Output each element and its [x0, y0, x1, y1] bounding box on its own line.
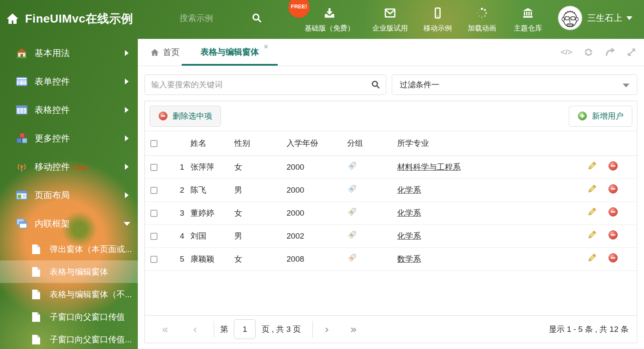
sidebar-item-basic-usage[interactable]: 基本用法	[0, 39, 138, 67]
refresh-icon[interactable]	[583, 47, 594, 58]
sidebar-subitem-child-to-parent[interactable]: 子窗口向父窗口传值	[0, 306, 138, 328]
edit-icon[interactable]	[587, 184, 597, 196]
row-checkbox[interactable]	[150, 210, 157, 217]
sidebar-label: 移动控件	[35, 161, 70, 173]
col-major: 所学专业	[397, 131, 587, 155]
sidebar-item-form-controls[interactable]: 表单控件	[0, 67, 138, 96]
first-page-button[interactable]: «	[162, 324, 169, 335]
cell-name: 董婷婷	[184, 201, 234, 224]
major-link[interactable]: 化学系	[397, 209, 421, 217]
sidebar-label: 基本用法	[35, 47, 70, 59]
brand[interactable]: FineUIMvc在线示例	[6, 11, 133, 27]
edit-icon[interactable]	[587, 230, 597, 242]
form-icon	[16, 76, 28, 87]
antenna-icon	[16, 161, 28, 173]
col-index	[167, 131, 184, 155]
app-header: FineUIMvc在线示例 搜索示例 FREE! 基础版（免费） 企业版试用	[0, 0, 644, 39]
search-icon[interactable]	[371, 80, 380, 89]
search-icon[interactable]	[251, 13, 262, 23]
button-label: 删除选中项	[172, 111, 212, 122]
sidebar-item-more-controls[interactable]: 更多控件	[0, 124, 138, 153]
keyword-input[interactable]	[145, 74, 386, 95]
file-icon	[32, 267, 41, 277]
major-link[interactable]: 化学系	[397, 186, 421, 194]
row-checkbox[interactable]	[150, 256, 157, 263]
pagination-bar: « ‹ 第 1 页 , 共 3 页 › » 显示 1 - 5 条 , 共 12 …	[145, 315, 637, 343]
delete-selected-button[interactable]: 删除选中项	[150, 106, 221, 127]
edit-icon[interactable]	[587, 161, 597, 173]
row-checkbox[interactable]	[150, 233, 157, 240]
cell-name: 康颖颖	[184, 247, 234, 270]
row-checkbox[interactable]	[150, 164, 157, 171]
table-row: 2 陈飞 男 2000 化学系	[145, 178, 637, 201]
cell-name: 刘国	[184, 224, 234, 247]
tab-label: 表格与编辑窗体	[200, 47, 259, 56]
delete-icon[interactable]	[608, 161, 618, 173]
tag-icon	[347, 207, 357, 217]
chevron-right-icon	[125, 79, 129, 84]
add-user-button[interactable]: 新增用户	[569, 106, 632, 127]
file-icon	[32, 244, 41, 255]
sidebar-label: 更多控件	[35, 132, 70, 144]
cell-gender: 男	[234, 178, 287, 201]
edit-icon[interactable]	[587, 253, 597, 265]
expand-icon[interactable]	[626, 47, 636, 57]
page-number-input[interactable]: 1	[234, 319, 256, 339]
prev-page-button[interactable]: ‹	[193, 324, 198, 335]
tab-tools: </>	[561, 39, 636, 66]
last-page-button[interactable]: »	[350, 324, 357, 335]
sidebar-subitem-grid-edit-window[interactable]: 表格与编辑窗体	[0, 260, 138, 283]
nav-label: 主题仓库	[497, 23, 559, 33]
home-icon	[6, 12, 19, 25]
row-checkbox[interactable]	[150, 187, 157, 194]
dropdown-value: 过滤条件一	[400, 79, 439, 90]
code-icon[interactable]: </>	[561, 48, 572, 57]
cell-name: 张萍萍	[184, 155, 234, 178]
pager-divider	[312, 321, 313, 338]
home-icon	[150, 48, 159, 57]
tag-icon	[347, 161, 357, 171]
col-gender: 性别	[234, 131, 287, 155]
major-link[interactable]: 材料科学与工程系	[397, 163, 461, 171]
download-icon	[298, 7, 361, 21]
major-link[interactable]: 化学系	[397, 232, 421, 240]
sidebar-sublabel: 弹出窗体（本页面或...	[50, 244, 132, 255]
tab-grid-edit-window[interactable]: 表格与编辑窗体 ✕	[182, 39, 278, 66]
row-index: 5	[167, 247, 184, 270]
nav-label: 基础版（免费）	[298, 23, 361, 33]
sidebar-subitem-popup-window[interactable]: 弹出窗体（本页面或...	[0, 238, 138, 260]
sidebar-subitem-grid-edit-window-2[interactable]: 表格与编辑窗体（不...	[0, 283, 138, 306]
delete-icon[interactable]	[608, 207, 618, 219]
edit-icon[interactable]	[587, 207, 597, 219]
page: FineUIMvc在线示例 搜索示例 FREE! 基础版（免费） 企业版试用	[0, 0, 644, 349]
select-all-checkbox[interactable]	[150, 140, 157, 147]
delete-icon[interactable]	[608, 184, 618, 196]
close-icon[interactable]: ✕	[263, 43, 269, 50]
sidebar-subitem-child-to-parent-2[interactable]: 子窗口向父窗口传值...	[0, 328, 138, 349]
delete-icon[interactable]	[608, 253, 618, 265]
cell-year: 2000	[287, 178, 347, 201]
next-page-button[interactable]: ›	[325, 324, 329, 335]
header-search-input[interactable]: 搜索示例	[180, 13, 213, 24]
filter-dropdown[interactable]: 过滤条件一	[392, 74, 637, 95]
table-icon	[16, 104, 28, 116]
cell-gender: 女	[234, 201, 287, 224]
pager-divider	[214, 321, 214, 338]
major-link[interactable]: 数学系	[397, 255, 421, 263]
filter-row: 过滤条件一	[145, 74, 637, 95]
layout-icon	[16, 189, 28, 201]
user-menu[interactable]: 三生石上	[558, 6, 632, 30]
sidebar-label: 表格控件	[35, 104, 70, 116]
tag-icon	[347, 230, 357, 240]
table-row: 3 董婷婷 女 2000 化学系	[145, 201, 637, 224]
forward-icon[interactable]	[605, 47, 616, 58]
chevron-down-icon	[626, 16, 632, 20]
delete-icon[interactable]	[608, 230, 618, 242]
sidebar-item-mobile-controls[interactable]: 移动控件 Corp.	[0, 153, 138, 181]
sidebar-item-grid-controls[interactable]: 表格控件	[0, 96, 138, 124]
sidebar-item-iframe[interactable]: 内联框架	[0, 209, 138, 238]
nav-item-theme-store[interactable]: 主题仓库	[497, 7, 559, 33]
tab-home[interactable]: 首页	[150, 39, 180, 66]
sidebar-item-page-layout[interactable]: 页面布局	[0, 181, 138, 209]
nav-item-basic-edition[interactable]: 基础版（免费）	[298, 7, 361, 33]
